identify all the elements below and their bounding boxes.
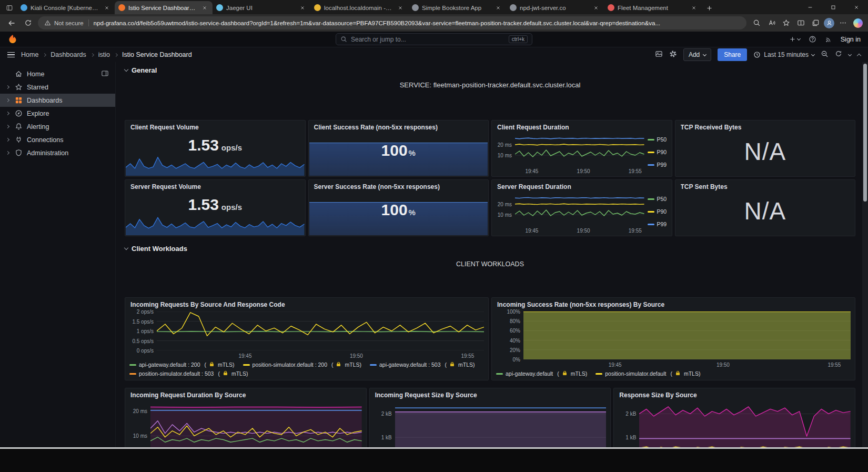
dock-sidebar-icon[interactable] <box>101 69 109 79</box>
new-tab-button[interactable] <box>702 2 716 14</box>
browser-tab-kiali-console-kubernetes[interactable]: Kiali Console [Kubernetes] <box>17 1 115 14</box>
panel-title[interactable]: Incoming Success Rate (non-5xx responses… <box>497 301 850 308</box>
favorites-star-icon[interactable] <box>780 17 792 29</box>
sign-in-button[interactable]: Sign in <box>841 36 861 43</box>
legend-item-p99[interactable]: P99 <box>648 160 668 169</box>
menu-toggle-icon[interactable] <box>7 52 15 58</box>
browser-tab-npd-jwt-server-co[interactable]: npd-jwt-server.co <box>506 1 604 14</box>
panel-title[interactable]: TCP Received Bytes <box>681 124 850 131</box>
time-range-picker[interactable]: Last 15 minutes <box>753 51 814 58</box>
split-screen-icon[interactable] <box>794 17 807 29</box>
sparkline-chart[interactable] <box>126 211 305 235</box>
panel-title[interactable]: Server Request Volume <box>130 183 300 190</box>
refresh-interval-caret[interactable] <box>848 52 852 56</box>
legend-item-api-gateway-default[interactable]: api-gateway.default(mTLS) <box>496 369 587 378</box>
zoom-out-button[interactable] <box>821 50 829 60</box>
tab-close-icon[interactable] <box>103 4 111 12</box>
chevron-right-icon[interactable] <box>4 99 11 102</box>
add-button[interactable]: Add <box>683 48 711 61</box>
panel-title[interactable]: TCP Sent Bytes <box>681 183 850 190</box>
tab-close-icon[interactable] <box>396 4 405 12</box>
breadcrumb-item-dashboards[interactable]: Dashboards <box>51 51 86 58</box>
chart-plot[interactable]: 19:4519:5019:55 <box>150 402 362 447</box>
chevron-right-icon[interactable] <box>4 112 11 115</box>
refresh-dashboard-button[interactable] <box>835 50 842 59</box>
browser-tab-localhost-localdomain-vmware[interactable]: localhost.localdomain - VMware <box>310 1 408 14</box>
scrollbar-track[interactable] <box>862 62 868 447</box>
grafana-logo-icon[interactable] <box>7 34 18 45</box>
legend-item-api-gateway-default-503[interactable]: api-gateway.default : 503(mTLS) <box>370 360 475 369</box>
chevron-right-icon[interactable] <box>4 152 11 154</box>
collections-icon[interactable] <box>809 17 822 29</box>
scrollbar-thumb[interactable] <box>863 64 867 202</box>
address-bar[interactable]: Not secure npd-grafana.co/d/feib5o59uwtm… <box>38 16 746 29</box>
new-dropdown-button[interactable] <box>789 36 800 43</box>
collapse-toolbar-icon[interactable] <box>857 53 861 57</box>
chart-plot[interactable]: 19:4519:5019:55 <box>515 134 644 174</box>
chevron-right-icon[interactable] <box>4 125 11 128</box>
panel-title[interactable]: Client Request Duration <box>497 124 667 131</box>
tab-close-icon[interactable] <box>494 4 502 12</box>
panel-title[interactable]: Incoming Request Size By Source <box>375 391 605 399</box>
chevron-right-icon[interactable] <box>4 138 11 141</box>
browser-tab-istio-service-dashboard-istio[interactable]: Istio Service Dashboard - istio - <box>115 1 213 14</box>
browser-tab-jaeger-ui[interactable]: Jaeger UI <box>213 1 310 14</box>
chart-plot[interactable]: 19:4519:5019:55 <box>395 402 607 447</box>
legend-item-p90[interactable]: P90 <box>648 207 668 216</box>
tab-close-icon[interactable] <box>690 4 698 12</box>
news-button[interactable] <box>825 36 832 43</box>
search-input[interactable]: Search or jump to... ctrl+k <box>336 33 532 45</box>
panel-title[interactable]: Response Size By Source <box>619 391 850 399</box>
snapshot-icon[interactable] <box>655 50 663 60</box>
share-button[interactable]: Share <box>718 48 747 61</box>
sidebar-item-starred[interactable]: Starred <box>0 81 115 94</box>
sidebar-item-administration[interactable]: Administration <box>0 146 115 159</box>
section-client-workloads[interactable]: Client Workloads <box>125 244 855 253</box>
sparkline-chart[interactable] <box>126 152 305 176</box>
breadcrumb-item-home[interactable]: Home <box>21 51 38 58</box>
panel-title[interactable]: Client Success Rate (non-5xx responses) <box>314 124 483 131</box>
section-general[interactable]: General <box>125 65 855 75</box>
tab-close-icon[interactable] <box>298 4 307 12</box>
window-minimize-button[interactable] <box>799 0 822 14</box>
browser-tab-simple-bookstore-app[interactable]: Simple Bookstore App <box>408 1 506 14</box>
legend-item-api-gateway-default-200[interactable]: api-gateway.default : 200(mTLS) <box>129 360 235 369</box>
panel-title[interactable]: Server Request Duration <box>497 183 667 190</box>
legend-item-position-simulator-default-503[interactable]: position-simulator.default : 503(mTLS) <box>129 369 248 378</box>
sidebar-item-alerting[interactable]: Alerting <box>0 120 115 133</box>
back-button[interactable] <box>5 17 18 29</box>
chart-plot[interactable]: 19:4519:5019:55 <box>523 312 851 368</box>
sidebar-item-home[interactable]: Home <box>0 67 115 81</box>
window-close-button[interactable] <box>845 0 868 14</box>
panel-title[interactable]: Client Request Volume <box>130 124 300 131</box>
chart-plot[interactable]: 19:4519:5019:55 <box>157 312 484 359</box>
help-button[interactable] <box>809 35 816 43</box>
browser-tab-fleet-management[interactable]: Fleet Management <box>604 1 702 14</box>
sidebar-item-dashboards[interactable]: Dashboards <box>0 94 115 107</box>
window-maximize-button[interactable] <box>822 0 845 14</box>
dashboard-settings-icon[interactable] <box>669 50 677 60</box>
sidebar-item-explore[interactable]: Explore <box>0 107 115 120</box>
tab-close-icon[interactable] <box>200 4 209 12</box>
profile-avatar[interactable] <box>824 18 834 28</box>
legend-item-p99[interactable]: P99 <box>648 220 668 228</box>
legend-item-position-simulator-default-200[interactable]: position-simulator.default : 200(mTLS) <box>243 360 361 369</box>
tab-close-icon[interactable] <box>592 4 600 12</box>
copilot-icon[interactable] <box>853 18 863 28</box>
zoom-icon[interactable] <box>750 17 763 29</box>
sidebar-item-connections[interactable]: Connections <box>0 133 115 146</box>
tab-actions-icon[interactable] <box>2 2 17 14</box>
panel-title[interactable]: Server Success Rate (non-5xx responses) <box>314 183 483 190</box>
chart-plot[interactable]: 19:4519:5019:55 <box>515 194 644 234</box>
more-menu-icon[interactable] <box>836 17 849 29</box>
chevron-right-icon[interactable] <box>4 86 11 88</box>
legend-item-p50[interactable]: P50 <box>648 135 668 144</box>
refresh-page-button[interactable] <box>22 17 34 29</box>
breadcrumb-item-istio-service-dashboard[interactable]: Istio Service Dashboard <box>122 51 192 58</box>
legend-item-p90[interactable]: P90 <box>648 148 668 156</box>
panel-title[interactable]: Incoming Requests By Source And Response… <box>130 301 483 308</box>
legend-item-position-simulator-default[interactable]: position-simulator.default(mTLS) <box>596 369 700 378</box>
panel-title[interactable]: Incoming Request Duration By Source <box>130 391 361 399</box>
breadcrumb-item-istio[interactable]: istio <box>98 51 110 58</box>
read-aloud-icon[interactable] <box>765 17 778 29</box>
